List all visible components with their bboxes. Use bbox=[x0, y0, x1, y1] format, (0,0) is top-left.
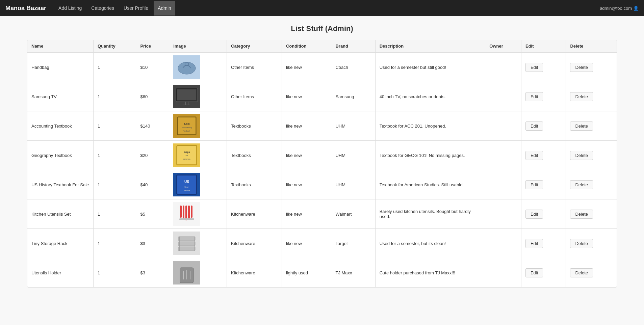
svg-text:History: History bbox=[184, 186, 189, 188]
delete-button[interactable]: Delete bbox=[570, 268, 593, 277]
item-image-samsung-tv bbox=[173, 85, 200, 108]
col-header-price: Price bbox=[136, 40, 169, 52]
cell-price: $5 bbox=[136, 199, 169, 229]
delete-button[interactable]: Delete bbox=[570, 92, 593, 101]
navbar-right: admin@foo.com 👤 bbox=[600, 6, 639, 11]
col-header-category: Category bbox=[227, 40, 282, 52]
cell-name: Utensils Holder bbox=[27, 258, 93, 288]
item-image-handbag bbox=[173, 55, 200, 79]
item-image-utensils-holder bbox=[173, 261, 200, 285]
cell-category: Textbooks bbox=[227, 141, 282, 170]
edit-button[interactable]: Edit bbox=[525, 180, 543, 189]
nav-admin[interactable]: Admin bbox=[154, 1, 175, 16]
cell-condition: like new bbox=[282, 52, 331, 82]
cell-edit: Edit bbox=[521, 141, 566, 170]
cell-brand: Coach bbox=[331, 52, 375, 82]
app-brand[interactable]: Manoa Bazaar bbox=[5, 5, 46, 12]
table-row: Tiny Storage Rack 1 $3 Kitchenware like … bbox=[27, 229, 617, 258]
table-row: Kitchen Utensils Set 1 $5 Kitchenware li… bbox=[27, 199, 617, 229]
edit-button[interactable]: Edit bbox=[525, 92, 543, 101]
cell-edit: Edit bbox=[521, 258, 566, 288]
svg-text:Textbook: Textbook bbox=[183, 189, 190, 191]
cell-name: US History Textbook For Sale bbox=[27, 170, 93, 199]
cell-condition: like new bbox=[282, 170, 331, 199]
cell-description: Cute holder purchased from TJ Maxx!!! bbox=[375, 258, 485, 288]
col-header-owner: Owner bbox=[485, 40, 521, 52]
cell-brand: Target bbox=[331, 229, 375, 258]
table-header: Name Quantity Price Image Category Condi… bbox=[27, 40, 617, 52]
cell-owner bbox=[485, 111, 521, 141]
delete-button[interactable]: Delete bbox=[570, 239, 593, 248]
cell-owner bbox=[485, 199, 521, 229]
edit-button[interactable]: Edit bbox=[525, 63, 543, 72]
cell-brand: UHM bbox=[331, 170, 375, 199]
cell-edit: Edit bbox=[521, 170, 566, 199]
col-header-image: Image bbox=[169, 40, 227, 52]
delete-button[interactable]: Delete bbox=[570, 210, 593, 219]
col-header-description: Description bbox=[375, 40, 485, 52]
cell-description: Used for a semester, but its clean! bbox=[375, 229, 485, 258]
table-body: Handbag 1 $10 Other Items like new Coach… bbox=[27, 52, 617, 287]
cell-image bbox=[169, 52, 227, 82]
cell-delete: Delete bbox=[566, 82, 617, 111]
cell-price: $60 bbox=[136, 82, 169, 111]
cell-category: Textbooks bbox=[227, 111, 282, 141]
table-row: Handbag 1 $10 Other Items like new Coach… bbox=[27, 52, 617, 82]
cell-condition: like new bbox=[282, 111, 331, 141]
col-header-quantity: Quantity bbox=[93, 40, 136, 52]
edit-button[interactable]: Edit bbox=[525, 151, 543, 160]
delete-button[interactable]: Delete bbox=[570, 151, 593, 160]
delete-button[interactable]: Delete bbox=[570, 63, 593, 72]
main-content: List Stuff (Admin) Name Quantity Price I… bbox=[0, 16, 644, 296]
nav-categories[interactable]: Categories bbox=[87, 1, 118, 16]
cell-name: Accounting Textbook bbox=[27, 111, 93, 141]
cell-image bbox=[169, 82, 227, 111]
cell-image bbox=[169, 258, 227, 288]
cell-description: Barely used kitchen utensils. Bought but… bbox=[375, 199, 485, 229]
cell-category: Other Items bbox=[227, 52, 282, 82]
cell-owner bbox=[485, 82, 521, 111]
cell-delete: Delete bbox=[566, 258, 617, 288]
edit-button[interactable]: Edit bbox=[525, 268, 543, 277]
cell-owner bbox=[485, 52, 521, 82]
cell-edit: Edit bbox=[521, 199, 566, 229]
cell-image bbox=[169, 199, 227, 229]
cell-delete: Delete bbox=[566, 229, 617, 258]
cell-description: Textbook for ACC 201. Unopened. bbox=[375, 111, 485, 141]
svg-text:US: US bbox=[184, 180, 189, 184]
svg-rect-30 bbox=[185, 206, 187, 220]
delete-button[interactable]: Delete bbox=[570, 121, 593, 131]
svg-rect-34 bbox=[179, 218, 194, 220]
header-row: Name Quantity Price Image Category Condi… bbox=[27, 40, 617, 52]
navbar: Manoa Bazaar Add Listing Categories User… bbox=[0, 0, 644, 16]
cell-image: maps for america bbox=[169, 141, 227, 170]
cell-condition: like new bbox=[282, 82, 331, 111]
page-title: List Stuff (Admin) bbox=[27, 24, 617, 33]
cell-delete: Delete bbox=[566, 199, 617, 229]
nav-add-listing[interactable]: Add Listing bbox=[54, 1, 86, 16]
cell-brand: UHM bbox=[331, 111, 375, 141]
table-row: Accounting Textbook 1 $140 ACC Accountin… bbox=[27, 111, 617, 141]
edit-button[interactable]: Edit bbox=[525, 239, 543, 248]
cell-price: $40 bbox=[136, 170, 169, 199]
svg-rect-37 bbox=[178, 242, 195, 246]
svg-rect-29 bbox=[183, 206, 184, 219]
cell-delete: Delete bbox=[566, 141, 617, 170]
cell-owner bbox=[485, 141, 521, 170]
svg-rect-36 bbox=[178, 237, 195, 241]
col-header-condition: Condition bbox=[282, 40, 331, 52]
navbar-links: Add Listing Categories User Profile Admi… bbox=[54, 1, 600, 16]
svg-text:maps: maps bbox=[184, 151, 190, 154]
svg-rect-31 bbox=[188, 206, 190, 219]
delete-button[interactable]: Delete bbox=[570, 180, 593, 189]
item-image-kitchen-utensils bbox=[173, 202, 200, 226]
item-image-accounting-textbook: ACC Accounting Textbook bbox=[173, 114, 200, 138]
table-row: US History Textbook For Sale 1 $40 US Hi… bbox=[27, 170, 617, 199]
cell-condition: like new bbox=[282, 229, 331, 258]
edit-button[interactable]: Edit bbox=[525, 210, 543, 219]
edit-button[interactable]: Edit bbox=[525, 121, 543, 131]
nav-user-profile[interactable]: User Profile bbox=[120, 1, 152, 16]
items-table: Name Quantity Price Image Category Condi… bbox=[27, 40, 617, 287]
cell-quantity: 1 bbox=[93, 82, 136, 111]
item-image-us-history-textbook: US History Textbook bbox=[173, 173, 200, 196]
